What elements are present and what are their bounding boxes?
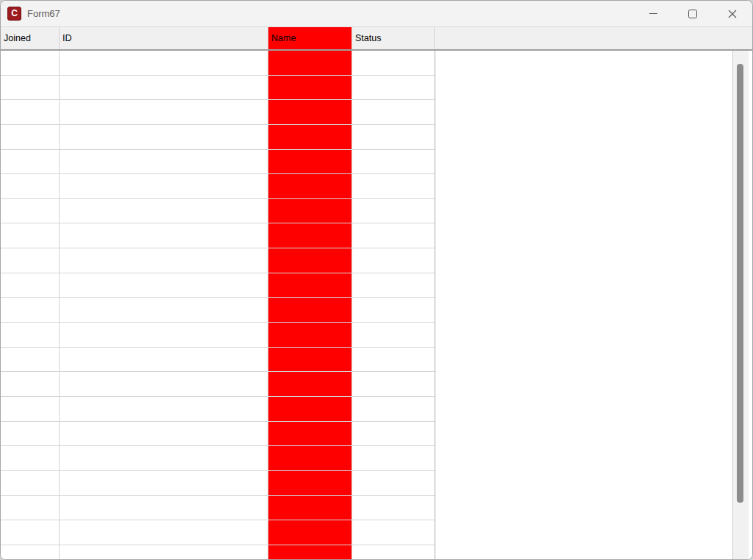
- cell-status[interactable]: [352, 372, 435, 396]
- cell-id[interactable]: [60, 520, 268, 545]
- vertical-scrollbar[interactable]: [732, 51, 749, 559]
- table-row[interactable]: [1, 323, 435, 348]
- cell-id[interactable]: [60, 348, 268, 372]
- cell-id[interactable]: [60, 471, 268, 495]
- table-row[interactable]: [1, 348, 435, 373]
- cell-id[interactable]: [60, 397, 268, 421]
- cell-joined[interactable]: [1, 273, 60, 298]
- cell-joined[interactable]: [1, 150, 60, 174]
- cell-id[interactable]: [60, 545, 268, 559]
- table-row[interactable]: [1, 545, 435, 559]
- cell-name[interactable]: [268, 323, 352, 347]
- table-row[interactable]: [1, 496, 435, 521]
- table-row[interactable]: [1, 248, 435, 273]
- cell-name[interactable]: [268, 496, 352, 520]
- table-row[interactable]: [1, 298, 435, 323]
- table-row[interactable]: [1, 199, 435, 224]
- table-row[interactable]: [1, 100, 435, 125]
- cell-status[interactable]: [352, 545, 435, 559]
- close-button[interactable]: [713, 1, 752, 26]
- cell-joined[interactable]: [1, 76, 60, 100]
- cell-joined[interactable]: [1, 496, 60, 520]
- table-row[interactable]: [1, 125, 435, 150]
- table-row[interactable]: [1, 150, 435, 175]
- cell-id[interactable]: [60, 298, 268, 322]
- table-row[interactable]: [1, 446, 435, 471]
- cell-name[interactable]: [268, 100, 352, 124]
- table-row[interactable]: [1, 471, 435, 496]
- cell-joined[interactable]: [1, 125, 60, 149]
- cell-status[interactable]: [352, 248, 435, 273]
- cell-name[interactable]: [268, 150, 352, 174]
- cell-joined[interactable]: [1, 100, 60, 124]
- cell-status[interactable]: [352, 125, 435, 149]
- titlebar[interactable]: C Form67: [1, 1, 752, 26]
- cell-id[interactable]: [60, 100, 268, 124]
- table-row[interactable]: [1, 372, 435, 397]
- column-header-id[interactable]: ID: [60, 27, 268, 49]
- cell-status[interactable]: [352, 471, 435, 495]
- cell-name[interactable]: [268, 51, 352, 75]
- table-row[interactable]: [1, 51, 435, 76]
- cell-joined[interactable]: [1, 199, 60, 223]
- cell-status[interactable]: [352, 150, 435, 174]
- cell-name[interactable]: [268, 372, 352, 396]
- cell-joined[interactable]: [1, 520, 60, 545]
- cell-joined[interactable]: [1, 446, 60, 470]
- cell-status[interactable]: [352, 520, 435, 545]
- maximize-button[interactable]: [673, 1, 713, 26]
- cell-joined[interactable]: [1, 422, 60, 446]
- cell-id[interactable]: [60, 496, 268, 520]
- cell-name[interactable]: [268, 199, 352, 223]
- cell-status[interactable]: [352, 323, 435, 347]
- cell-name[interactable]: [268, 298, 352, 322]
- cell-id[interactable]: [60, 125, 268, 149]
- scrollbar-thumb[interactable]: [737, 64, 743, 503]
- cell-status[interactable]: [352, 199, 435, 223]
- cell-id[interactable]: [60, 150, 268, 174]
- cell-name[interactable]: [268, 348, 352, 372]
- cell-name[interactable]: [268, 125, 352, 149]
- cell-joined[interactable]: [1, 323, 60, 347]
- cell-joined[interactable]: [1, 223, 60, 248]
- cell-id[interactable]: [60, 76, 268, 100]
- cell-name[interactable]: [268, 248, 352, 273]
- table-row[interactable]: [1, 397, 435, 422]
- cell-id[interactable]: [60, 273, 268, 298]
- cell-name[interactable]: [268, 174, 352, 198]
- cell-joined[interactable]: [1, 51, 60, 75]
- cell-status[interactable]: [352, 446, 435, 470]
- cell-status[interactable]: [352, 100, 435, 124]
- column-header-status[interactable]: Status: [352, 27, 435, 49]
- cell-joined[interactable]: [1, 248, 60, 273]
- cell-id[interactable]: [60, 422, 268, 446]
- cell-joined[interactable]: [1, 174, 60, 198]
- cell-joined[interactable]: [1, 348, 60, 372]
- cell-name[interactable]: [268, 446, 352, 470]
- table-row[interactable]: [1, 76, 435, 101]
- cell-id[interactable]: [60, 446, 268, 470]
- cell-joined[interactable]: [1, 545, 60, 559]
- cell-status[interactable]: [352, 223, 435, 248]
- column-header-joined[interactable]: Joined: [1, 27, 60, 49]
- cell-name[interactable]: [268, 397, 352, 421]
- cell-status[interactable]: [352, 422, 435, 446]
- cell-status[interactable]: [352, 397, 435, 421]
- table-row[interactable]: [1, 520, 435, 545]
- cell-joined[interactable]: [1, 298, 60, 322]
- cell-status[interactable]: [352, 273, 435, 298]
- cell-id[interactable]: [60, 199, 268, 223]
- cell-status[interactable]: [352, 298, 435, 322]
- cell-status[interactable]: [352, 76, 435, 100]
- cell-id[interactable]: [60, 248, 268, 273]
- cell-name[interactable]: [268, 545, 352, 559]
- cell-id[interactable]: [60, 323, 268, 347]
- table-row[interactable]: [1, 273, 435, 298]
- cell-joined[interactable]: [1, 397, 60, 421]
- cell-name[interactable]: [268, 223, 352, 248]
- column-header-name[interactable]: Name: [268, 27, 352, 49]
- cell-name[interactable]: [268, 471, 352, 495]
- cell-joined[interactable]: [1, 372, 60, 396]
- cell-name[interactable]: [268, 273, 352, 298]
- table-row[interactable]: [1, 422, 435, 447]
